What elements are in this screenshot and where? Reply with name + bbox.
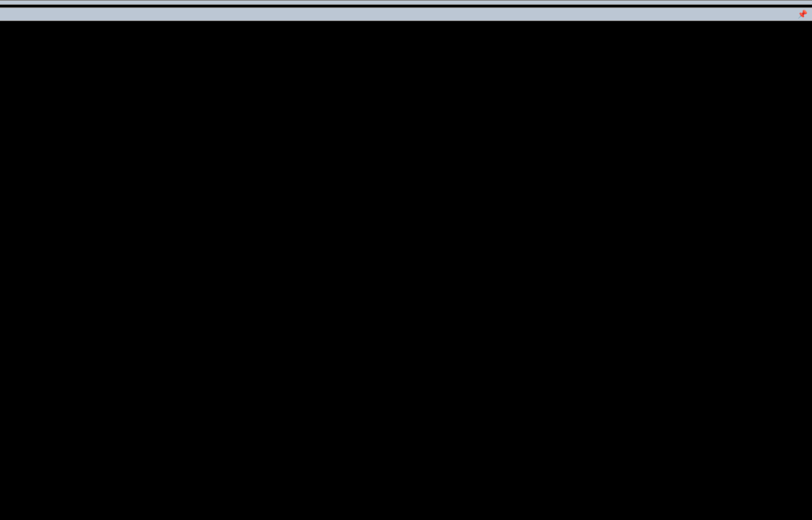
terminal-bottom[interactable] — [0, 21, 812, 24]
tab-bar-bottom[interactable]: 📌 — [0, 7, 812, 21]
pin-icon[interactable]: 📌 — [797, 10, 807, 19]
